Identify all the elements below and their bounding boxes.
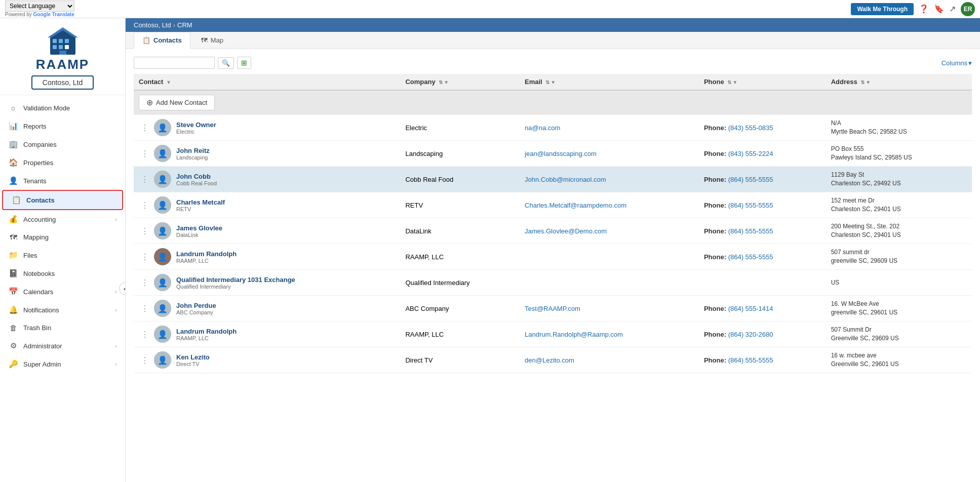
- company-name[interactable]: Landscaping: [405, 150, 443, 157]
- table-row[interactable]: ⋮ 👤 Ken Lezito Direct TV Direct TV den@L…: [134, 347, 972, 373]
- company-name[interactable]: Electric: [405, 124, 427, 132]
- columns-button[interactable]: Columns ▾: [942, 59, 972, 67]
- phone-number[interactable]: (864) 555-1414: [728, 305, 773, 312]
- sidebar-item-mapping[interactable]: 🗺 Mapping: [0, 228, 125, 246]
- contact-name[interactable]: Charles Metcalf: [176, 198, 225, 206]
- company-sort-icon[interactable]: ⇅: [439, 79, 443, 85]
- address-text: 507 summit drgreenville SC, 29609 US: [831, 249, 897, 264]
- sidebar-item-administrator[interactable]: ⚙ Administrator ›: [0, 337, 125, 355]
- address-sort-icon[interactable]: ⇅: [860, 79, 865, 85]
- contact-name[interactable]: Landrum Randolph: [176, 328, 237, 335]
- sidebar-item-contacts[interactable]: 📋 Contacts: [2, 190, 123, 210]
- tab-map[interactable]: 🗺 Map: [192, 32, 232, 48]
- company-name[interactable]: RAAMP, LLC: [405, 331, 444, 338]
- email-link[interactable]: John.Cobb@micronaol.com: [525, 176, 606, 183]
- table-row[interactable]: ⋮ 👤 Charles Metcalf RETV RETV Charles.Me…: [134, 192, 972, 218]
- contact-name[interactable]: James Glovlee: [176, 224, 222, 232]
- contact-name[interactable]: Steve Owner: [176, 121, 216, 129]
- table-row[interactable]: ⋮ 👤 John Perdue ABC Company ABC Company …: [134, 296, 972, 322]
- row-menu-dots[interactable]: ⋮: [141, 226, 149, 236]
- table-row[interactable]: ⋮ 👤 James Glovlee DataLink DataLink Jame…: [134, 218, 972, 244]
- email-link[interactable]: Charles.Metcalf@raampdemo.com: [525, 202, 626, 209]
- sidebar-item-companies[interactable]: 🏢 Companies: [0, 135, 125, 153]
- company-name[interactable]: Direct TV: [405, 356, 433, 364]
- phone-number[interactable]: (843) 555-0835: [728, 124, 773, 132]
- sidebar-item-trash-bin[interactable]: 🗑 Trash Bin: [0, 319, 125, 337]
- email-link[interactable]: jean@landsscaping.com: [525, 150, 597, 157]
- sidebar-item-calendars[interactable]: 📅 Calendars ›: [0, 283, 125, 301]
- phone-number[interactable]: (864) 555-5555: [728, 202, 773, 209]
- row-menu-dots[interactable]: ⋮: [141, 304, 149, 313]
- phone-number[interactable]: (864) 555-5555: [728, 253, 773, 261]
- phone-number[interactable]: (864) 555-5555: [728, 356, 773, 364]
- company-name[interactable]: Qualified Intermediary: [405, 279, 469, 287]
- phone-filter-icon[interactable]: ▼: [732, 79, 737, 85]
- sidebar-item-super-admin[interactable]: 🔑 Super Admin ›: [0, 355, 125, 373]
- contact-name[interactable]: John Reitz: [176, 147, 210, 154]
- email-sort-icon[interactable]: ⇅: [545, 79, 550, 85]
- contact-name[interactable]: Ken Lezito: [176, 353, 210, 361]
- row-menu-dots[interactable]: ⋮: [141, 149, 149, 158]
- table-row[interactable]: ⋮ 👤 Steve Owner Electric Electric na@na.…: [134, 115, 972, 141]
- language-select[interactable]: Select Language: [5, 1, 74, 12]
- row-menu-dots[interactable]: ⋮: [141, 355, 149, 365]
- email-link[interactable]: James.Glovlee@Demo.com: [525, 227, 607, 235]
- contact-avatar: 👤: [154, 119, 171, 136]
- contact-name[interactable]: Landrum Randolph: [176, 250, 237, 258]
- row-menu-dots[interactable]: ⋮: [141, 200, 149, 210]
- company-name[interactable]: DataLink: [405, 227, 431, 235]
- sidebar-item-notebooks[interactable]: 📓 Notebooks: [0, 264, 125, 283]
- company-name[interactable]: RAAMP, LLC: [405, 253, 444, 261]
- table-row[interactable]: ⋮ 👤 John Reitz Landscaping Landscaping j…: [134, 141, 972, 167]
- email-filter-icon[interactable]: ▼: [551, 79, 556, 85]
- sidebar-item-notifications[interactable]: 🔔 Notifications ›: [0, 301, 125, 319]
- email-link[interactable]: Test@RAAMP.com: [525, 305, 580, 312]
- row-menu-dots[interactable]: ⋮: [141, 175, 149, 184]
- row-menu-dots[interactable]: ⋮: [141, 278, 149, 288]
- table-row[interactable]: ⋮ 👤 Landrum Randolph RAAMP, LLC RAAMP, L…: [134, 244, 972, 270]
- svg-rect-2: [59, 39, 63, 43]
- company-name[interactable]: RETV: [405, 202, 423, 209]
- excel-export-button[interactable]: ⊞: [237, 57, 251, 69]
- search-button[interactable]: 🔍: [218, 57, 234, 69]
- add-new-contact-button[interactable]: ⊕ Add New Contact: [139, 95, 215, 110]
- contact-name[interactable]: Qualified Intermediary 1031 Exchange: [176, 276, 295, 284]
- address-filter-icon[interactable]: ▼: [866, 79, 871, 85]
- phone-sort-icon[interactable]: ⇅: [727, 79, 731, 85]
- row-menu-dots[interactable]: ⋮: [141, 330, 149, 339]
- phone-number[interactable]: (864) 320-2680: [728, 331, 773, 338]
- contact-name[interactable]: John Cobb: [176, 173, 217, 180]
- contact-filter-icon[interactable]: ▼: [166, 79, 171, 85]
- address-text: 16. W McBee Avegreenville SC, 29601 US: [831, 300, 897, 316]
- tab-contacts[interactable]: 📋 Contacts: [134, 32, 190, 49]
- phone-number[interactable]: (864) 555-5555: [728, 227, 773, 235]
- sidebar-item-accounting[interactable]: 💰 Accounting ›: [0, 210, 125, 228]
- company-filter-icon[interactable]: ▼: [444, 79, 449, 85]
- phone-cell: Phone: (864) 555-5555: [699, 347, 826, 373]
- email-link[interactable]: den@Lezito.com: [525, 356, 574, 364]
- contact-name[interactable]: John Perdue: [176, 302, 216, 309]
- sidebar-item-tenants[interactable]: 👤 Tenants: [0, 172, 125, 190]
- company-name[interactable]: ABC Company: [405, 305, 449, 312]
- phone-number[interactable]: (843) 555-2224: [728, 150, 773, 157]
- walk-me-through-button[interactable]: Walk Me Through: [851, 3, 914, 15]
- table-row[interactable]: ⋮ 👤 John Cobb Cobb Real Food Cobb Real F…: [134, 167, 972, 192]
- user-avatar[interactable]: ER: [961, 2, 975, 16]
- row-menu-dots[interactable]: ⋮: [141, 252, 149, 262]
- sidebar-item-files[interactable]: 📁 Files: [0, 246, 125, 264]
- export-icon[interactable]: ↗: [949, 4, 956, 14]
- email-link[interactable]: na@na.com: [525, 124, 560, 132]
- sidebar-item-reports[interactable]: 📊 Reports: [0, 117, 125, 135]
- row-menu-dots[interactable]: ⋮: [141, 123, 149, 133]
- bookmark-icon[interactable]: 🔖: [934, 4, 944, 14]
- nav-label-validation-mode: Validation Mode: [23, 104, 117, 112]
- sidebar-item-properties[interactable]: 🏠 Properties: [0, 153, 125, 172]
- search-input[interactable]: [134, 57, 215, 69]
- phone-number[interactable]: (864) 555-5555: [728, 176, 773, 183]
- sidebar-item-validation-mode[interactable]: ○ Validation Mode: [0, 99, 125, 117]
- table-row[interactable]: ⋮ 👤 Landrum Randolph RAAMP, LLC RAAMP, L…: [134, 322, 972, 347]
- table-row[interactable]: ⋮ 👤 Qualified Intermediary 1031 Exchange…: [134, 270, 972, 296]
- email-link[interactable]: Landrum.Randolph@Raamp.com: [525, 331, 623, 338]
- company-name[interactable]: Cobb Real Food: [405, 176, 453, 183]
- help-icon[interactable]: ❓: [919, 4, 929, 14]
